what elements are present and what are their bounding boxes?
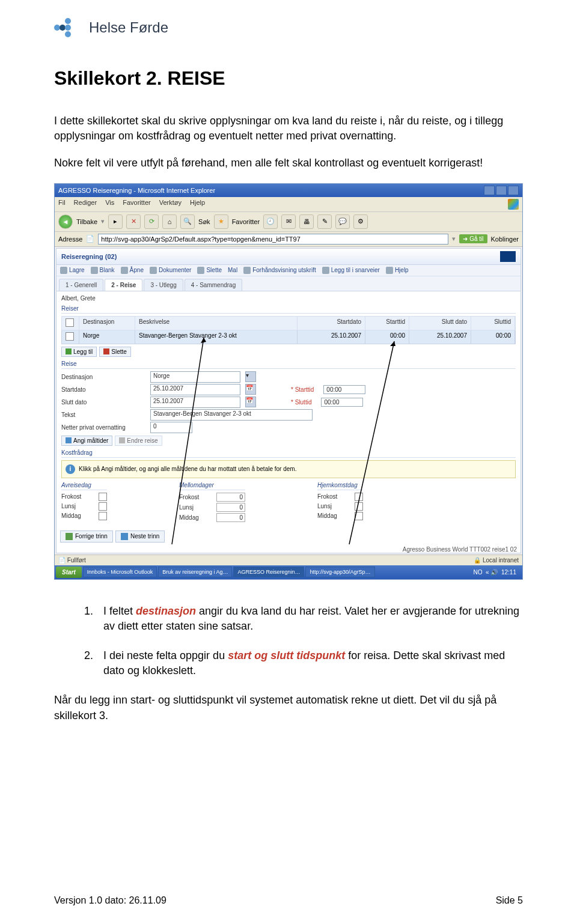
avreise-frokost-checkbox[interactable]: [99, 493, 107, 501]
cell-slt: 00:00: [471, 330, 515, 344]
address-label: Adresse: [58, 236, 82, 243]
meals-h1: Avreisedag: [61, 481, 107, 490]
dropdown-icon[interactable]: ▾: [245, 371, 256, 382]
row-checkbox[interactable]: [66, 332, 74, 341]
mail-icon[interactable]: ✉: [281, 214, 296, 229]
task-outlook[interactable]: Innboks - Microsoft Outlook: [83, 567, 157, 577]
label-sluttid: * Sluttid: [291, 399, 311, 406]
app-logo-icon: [500, 251, 516, 262]
group-reise: Reise: [61, 359, 516, 369]
cell-st: 00:00: [365, 330, 409, 344]
back-label: Tilbake: [76, 218, 97, 225]
grid-row[interactable]: Norge Stavanger-Bergen Stavanger 2-3 okt…: [61, 330, 516, 344]
ie-statusbar: 📄 Fullført 🔒 Local intranet: [55, 555, 522, 565]
search-icon[interactable]: 🔍: [180, 214, 195, 229]
menu-fil[interactable]: Fil: [58, 199, 66, 210]
task-word[interactable]: Bruk av reiseregning i Ag…: [158, 567, 232, 577]
calendar-icon[interactable]: 📅: [245, 397, 256, 407]
next-step-button[interactable]: Neste trinn: [115, 530, 165, 543]
mellom-middag-input[interactable]: 0: [216, 513, 245, 522]
mellom-frokost-input[interactable]: 0: [216, 493, 245, 502]
input-netter[interactable]: 0: [150, 422, 192, 433]
links-label[interactable]: Koblinger: [491, 236, 519, 243]
tab-reise[interactable]: 2 - Reise: [105, 279, 142, 291]
meals-h2: Mellomdager: [179, 481, 245, 490]
stop-button[interactable]: ✕: [126, 214, 141, 229]
tb-apne[interactable]: Åpne: [121, 267, 144, 274]
tb-dokumenter[interactable]: Dokumenter: [150, 267, 191, 274]
discuss-icon[interactable]: 💬: [335, 214, 350, 229]
tb-hjelp[interactable]: Hjelp: [386, 267, 409, 274]
input-starttid[interactable]: 00:00: [323, 385, 365, 394]
cell-dest: Norge: [79, 330, 135, 344]
task-agresso[interactable]: AGRESSO Reiseregnin…: [233, 567, 304, 577]
delete-button[interactable]: Slette: [99, 347, 131, 357]
header-checkbox[interactable]: [66, 318, 74, 327]
tb-mal[interactable]: Mal: [228, 267, 237, 274]
menu-hjelp[interactable]: Hjelp: [190, 199, 205, 210]
start-button[interactable]: Start: [56, 567, 82, 578]
tab-generell[interactable]: 1 - Generell: [59, 279, 103, 291]
refresh-button[interactable]: ⟳: [144, 214, 159, 229]
menu-vis[interactable]: Vis: [105, 199, 114, 210]
input-tekst[interactable]: Stavanger-Bergen Stavanger 2-3 okt: [150, 409, 313, 421]
hjem-lunsj-checkbox[interactable]: [355, 502, 363, 511]
avreise-lunsj-checkbox[interactable]: [99, 502, 107, 511]
home-button[interactable]: ⌂: [162, 214, 177, 229]
lang-indicator[interactable]: NO: [474, 569, 483, 576]
close-button[interactable]: [508, 186, 519, 195]
prev-step-button[interactable]: Forrige trinn: [60, 530, 113, 543]
mellom-lunsj-input[interactable]: 0: [216, 503, 245, 512]
tab-sammendrag[interactable]: 4 - Sammendrag: [185, 279, 242, 291]
angi-maltider-button[interactable]: Angi måltider: [61, 436, 112, 446]
tb-snarveier[interactable]: Legg til i snarveier: [322, 267, 380, 274]
menu-verktoy[interactable]: Verktøy: [159, 199, 182, 210]
history-icon[interactable]: 🕘: [263, 214, 278, 229]
tb-slette[interactable]: Slette: [197, 267, 222, 274]
endre-reise-button[interactable]: Endre reise: [115, 436, 162, 446]
logo-icon: [54, 18, 84, 37]
col-destinasjon: Destinasjon: [79, 317, 135, 330]
task-ie[interactable]: http://svg-app30/AgrSp…: [305, 567, 374, 577]
intro-paragraph-2: Nokre felt vil vere utfylt på førehand, …: [54, 156, 523, 171]
edit-icon[interactable]: ✎: [317, 214, 332, 229]
info-text: Klikk på Angi måltider, og angi alle mål…: [79, 466, 296, 472]
avreise-middag-checkbox[interactable]: [99, 512, 107, 520]
print-icon[interactable]: 🖶: [299, 214, 314, 229]
tab-utlegg[interactable]: 3 - Utlegg: [144, 279, 183, 291]
footer-right: Side 5: [496, 895, 523, 906]
meals-section: Avreisedag Frokost Lunsj Middag Mellomda…: [61, 481, 516, 523]
windows-flag-icon: [508, 199, 519, 210]
person-name: Albert, Grete: [61, 295, 516, 302]
go-button[interactable]: ➜ Gå til: [459, 234, 487, 243]
misc-icon[interactable]: ⚙: [353, 214, 368, 229]
page-title: Skillekort 2. REISE: [54, 67, 523, 90]
hjem-middag-checkbox[interactable]: [355, 512, 363, 520]
taskbar: Start Innboks - Microsoft Outlook Bruk a…: [55, 565, 522, 579]
tb-lagre[interactable]: Lagre: [60, 267, 85, 274]
form-reise: Destinasjon Norge ▾ Startdato 25.10.2007…: [61, 371, 516, 433]
minimize-button[interactable]: [484, 186, 495, 195]
url-input[interactable]: [98, 234, 448, 245]
favorites-icon[interactable]: ★: [214, 214, 228, 229]
menu-rediger[interactable]: Rediger: [74, 199, 97, 210]
tb-blank[interactable]: Blank: [91, 267, 115, 274]
forward-button[interactable]: ▸: [108, 214, 123, 229]
label-destinasjon: Destinasjon: [61, 374, 145, 380]
window-titlebar: AGRESSO Reiseregning - Microsoft Interne…: [55, 184, 522, 197]
hjem-frokost-checkbox[interactable]: [355, 493, 363, 501]
menu-favoritter[interactable]: Favoritter: [123, 199, 150, 210]
add-button[interactable]: Legg til: [61, 347, 97, 357]
input-startdato[interactable]: 25.10.2007: [150, 384, 240, 395]
input-sluttdato[interactable]: 25.10.2007: [150, 397, 240, 408]
input-sluttid[interactable]: 00:00: [321, 398, 363, 407]
maximize-button[interactable]: [496, 186, 507, 195]
label-netter: Netter privat overnatting: [61, 424, 145, 431]
list-text-2: I dei neste felta oppgir du start og slu…: [103, 648, 523, 678]
col-starttid: Starttid: [365, 317, 409, 330]
calendar-icon[interactable]: 📅: [245, 384, 256, 395]
tb-forhandsvisning[interactable]: Forhåndsvisning utskrift: [243, 267, 316, 274]
search-label: Søk: [198, 218, 210, 225]
input-destinasjon[interactable]: Norge: [150, 371, 240, 383]
back-button[interactable]: ◄: [58, 214, 73, 229]
